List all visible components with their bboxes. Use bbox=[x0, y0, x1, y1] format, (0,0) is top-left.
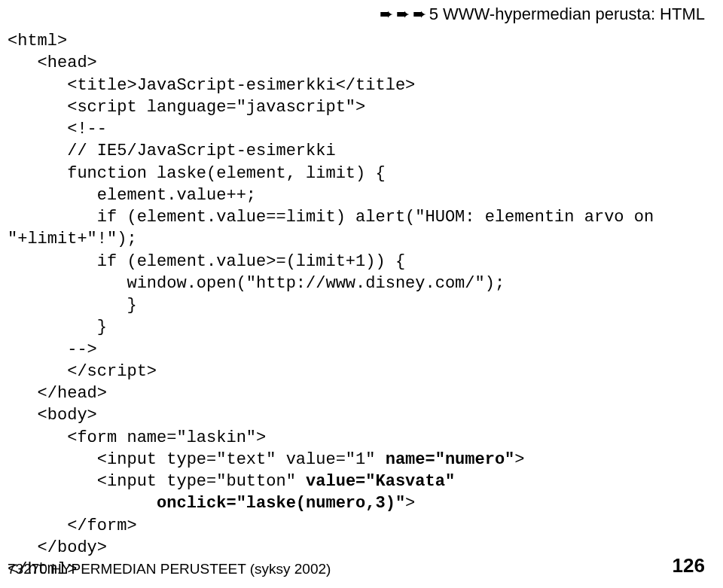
arrow-icon: ➨ bbox=[396, 5, 410, 24]
code-line: <input type="button" bbox=[8, 472, 306, 491]
code-line: "+limit+"!"); bbox=[8, 230, 137, 248]
page-number: 126 bbox=[673, 554, 705, 577]
arrow-icon: ➨ bbox=[413, 5, 426, 24]
code-line: // IE5/JavaScript-esimerkki bbox=[8, 142, 336, 160]
code-line: <head> bbox=[8, 53, 97, 72]
breadcrumb-header: ➨ ➨ ➨ 5 WWW-hypermedian perusta: HTML bbox=[380, 5, 705, 24]
code-line: } bbox=[8, 296, 137, 315]
code-bold: onclick="laske(numero,3)" bbox=[8, 494, 405, 513]
footer-course-title: 73270 HYPERMEDIAN PERUSTEET (syksy 2002) bbox=[8, 561, 331, 577]
code-line: <input type="text" value="1" bbox=[8, 450, 386, 469]
code-line: <title>JavaScript-esimerkki</title> bbox=[8, 76, 415, 95]
code-line: element.value++; bbox=[8, 186, 256, 205]
code-line: </form> bbox=[8, 516, 137, 535]
page-footer: 73270 HYPERMEDIAN PERUSTEET (syksy 2002)… bbox=[8, 554, 705, 577]
code-line: function laske(element, limit) { bbox=[8, 164, 386, 183]
arrow-icon: ➨ bbox=[380, 5, 393, 24]
code-line: </script> bbox=[8, 362, 157, 381]
code-listing: <html> <head> <title>JavaScript-esimerkk… bbox=[8, 30, 654, 580]
code-line: --> bbox=[8, 340, 97, 359]
code-line: if (element.value==limit) alert("HUOM: e… bbox=[8, 208, 654, 227]
code-line: </head> bbox=[8, 384, 107, 403]
breadcrumb-text: 5 WWW-hypermedian perusta: HTML bbox=[429, 5, 705, 24]
code-bold: name="numero" bbox=[386, 450, 515, 469]
code-line: } bbox=[8, 318, 107, 337]
code-line: <!-- bbox=[8, 120, 107, 139]
code-line: > bbox=[514, 450, 524, 469]
code-line: if (element.value>=(limit+1)) { bbox=[8, 252, 405, 271]
code-line: <script language="javascript"> bbox=[8, 98, 365, 117]
code-line: <body> bbox=[8, 406, 97, 425]
code-bold: value="Kasvata" bbox=[306, 472, 455, 491]
code-line: window.open("http://www.disney.com/"); bbox=[8, 274, 505, 293]
code-line: > bbox=[405, 494, 415, 513]
code-line: <html> bbox=[8, 32, 67, 50]
code-line: <form name="laskin"> bbox=[8, 428, 266, 447]
